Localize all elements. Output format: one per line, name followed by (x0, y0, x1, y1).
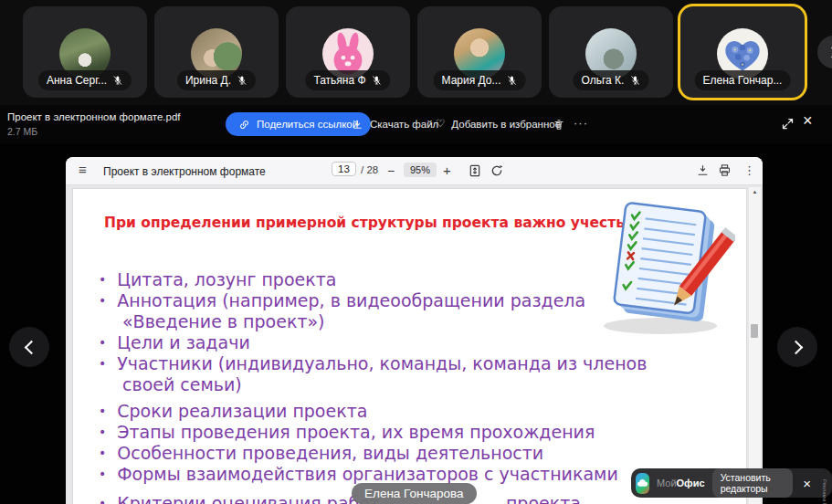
bullet-line: • Участники (индивидуально, команды, ком… (99, 353, 647, 373)
bullet-line-continuation: «Введение в проект») (99, 311, 325, 331)
participant-name-badge: Ирина Д. (177, 70, 256, 90)
delete-file-button[interactable] (553, 117, 565, 131)
share-link-button[interactable]: Поделиться ссылкой (226, 112, 371, 136)
participant-name-badge: Мария До... (434, 70, 526, 90)
rotate-page-button[interactable] (490, 163, 504, 182)
download-file-button[interactable]: Скачать файл (352, 112, 438, 136)
scroll-up-icon[interactable]: ▲ (749, 189, 761, 194)
slide-title: При определении примерной структуры прое… (104, 215, 630, 231)
download-file-label: Скачать файл (370, 119, 438, 130)
mic-muted-icon (629, 75, 640, 86)
cloud-icon (636, 477, 649, 490)
mic-muted-icon (372, 75, 383, 86)
bullet-icon: • (99, 272, 106, 287)
viewer-download-button[interactable] (696, 163, 710, 181)
pdf-title: Проект в электронном формате (103, 165, 266, 178)
bullet-line: • Сроки реализации проекта (99, 401, 367, 421)
add-favorite-button[interactable]: ♡ Добавить в избранное (436, 112, 561, 136)
more-actions-button[interactable]: ··· (574, 116, 588, 130)
pdf-toolbar: ≡ Проект в электронном формате 13 / 28 −… (66, 157, 763, 185)
sidebar-menu-button[interactable]: ≡ (79, 162, 87, 177)
participant-name-badge: Татьяна Ф (305, 70, 390, 90)
participants-strip: Анна Серг... Ирина Д. (0, 0, 832, 105)
bullet-icon: • (99, 425, 106, 439)
bullet-line: • Цитата, лозунг проекта (99, 269, 336, 289)
participant-tile[interactable]: Татьяна Ф (286, 6, 410, 98)
myoffice-ad-toast: МойОфис Установить редакторы × Реклама 0… (631, 468, 832, 498)
download-icon (352, 119, 363, 131)
link-icon (238, 119, 250, 131)
close-toast-button[interactable]: × (800, 477, 814, 490)
participant-name: Ирина Д. (185, 74, 231, 87)
zoom-out-button[interactable]: − (387, 163, 395, 178)
participant-name: Татьяна Ф (313, 74, 365, 87)
participant-name: Мария До... (442, 74, 501, 87)
ad-label: Реклама 0+ (822, 479, 827, 487)
bullet-icon: • (99, 293, 106, 308)
viewer-more-button[interactable]: ⋮ (743, 163, 755, 177)
download-underline-icon (696, 163, 710, 177)
myoffice-app-icon (636, 473, 649, 494)
bullet-line: • Цели и задачи (99, 332, 250, 352)
bullet-icon: • (99, 496, 106, 504)
print-button[interactable] (718, 163, 732, 181)
file-size: 2.7 МБ (7, 126, 37, 137)
fit-page-button[interactable] (468, 163, 482, 182)
mic-muted-icon (506, 75, 517, 86)
bullet-line: • Этапы проведения проекта, их время про… (99, 422, 595, 442)
participant-tile[interactable]: Ирина Д. (154, 6, 279, 98)
prev-slide-button[interactable] (9, 327, 49, 367)
bullet-line-partial: • Критерии оценивания работ проекта (99, 493, 581, 504)
mic-muted-icon (112, 75, 123, 86)
participant-tile[interactable]: Анна Серг... (23, 6, 147, 98)
chevron-left-icon (24, 340, 38, 354)
bullet-icon: • (99, 356, 106, 371)
add-favorite-label: Добавить в избранное (451, 119, 561, 130)
participant-tile-active-speaker[interactable]: Елена Гончар... (680, 6, 805, 98)
fit-page-icon (468, 163, 482, 178)
pdf-scrollbar[interactable]: ▲ (749, 187, 761, 504)
myoffice-brand: МойОфис (657, 478, 705, 488)
bullet-icon: • (99, 467, 106, 481)
active-speaker-label: Елена Гончарова (352, 483, 477, 504)
participant-tile[interactable]: Мария До... (417, 6, 542, 98)
file-name: Проект в электронном формате.pdf (7, 111, 181, 122)
expand-icon (781, 117, 795, 131)
bullet-icon: • (99, 404, 106, 418)
printer-icon (718, 163, 732, 177)
bullet-icon: • (99, 446, 106, 460)
rotate-icon (490, 163, 504, 178)
participant-name: Ольга К. (582, 74, 625, 87)
fullscreen-button[interactable] (781, 117, 795, 134)
participant-name-badge: Анна Серг... (38, 70, 132, 90)
close-preview-button[interactable]: × (803, 112, 813, 129)
chevron-right-icon (788, 340, 803, 354)
bullet-line: • Особенности проведения, виды деятельно… (99, 443, 543, 463)
bullet-line: • Формы взаимодействия организаторов с у… (99, 464, 618, 484)
participant-tile[interactable]: Ольга К. (549, 6, 673, 98)
file-header-bar: Проект в электронном формате.pdf 2.7 МБ … (0, 105, 832, 143)
install-editors-button[interactable]: Установить редакторы (712, 468, 794, 498)
next-participants-button[interactable] (817, 36, 832, 68)
heart-icon: ♡ (436, 119, 445, 130)
scrollbar-thumb[interactable] (751, 324, 758, 338)
share-link-label: Поделиться ссылкой (257, 119, 358, 130)
chevron-right-icon (827, 47, 832, 58)
participant-name: Анна Серг... (47, 74, 107, 87)
page-total: / 28 (361, 164, 378, 175)
trash-icon (553, 118, 565, 131)
bullet-icon: • (99, 335, 106, 350)
page-number-input[interactable]: 13 (332, 162, 356, 176)
zoom-in-button[interactable]: + (443, 163, 451, 178)
participant-name-badge: Елена Гончар... (695, 70, 791, 90)
participant-name-badge: Ольга К. (574, 70, 649, 90)
app-window: Анна Серг... Ирина Д. (0, 0, 832, 504)
bullet-line-continuation: своей семьи) (99, 374, 242, 394)
pdf-page: При определении примерной структуры прое… (73, 189, 746, 504)
mic-muted-icon (237, 75, 247, 86)
pdf-content-area: При определении примерной структуры прое… (66, 185, 763, 504)
zoom-level: 95% (404, 163, 437, 177)
notepad-pencil-clipart (589, 198, 735, 343)
participant-name: Елена Гончар... (703, 74, 783, 87)
next-slide-button[interactable] (777, 327, 817, 367)
